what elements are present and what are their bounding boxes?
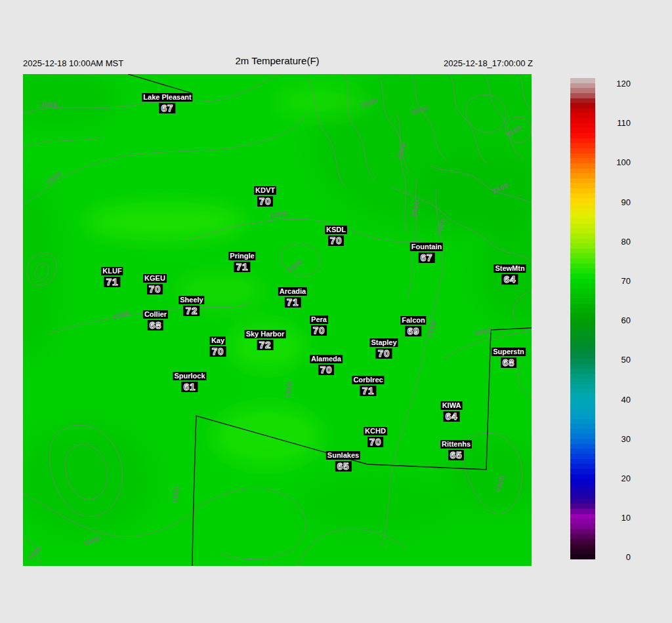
colorbar-band	[570, 183, 595, 188]
station-lake-pleasant: Lake Pleasant67	[142, 90, 192, 113]
station-name-label: Stapley	[369, 338, 398, 347]
station-name-label: Alameda	[310, 355, 343, 363]
colorbar-band	[570, 148, 595, 153]
colorbar-band	[570, 98, 595, 104]
colorbar-band	[570, 494, 595, 499]
colorbar-band	[570, 239, 595, 244]
colorbar-band	[570, 193, 595, 199]
colorbar-band	[570, 93, 595, 98]
colorbar-band	[570, 504, 595, 509]
colorbar-band	[570, 173, 595, 178]
station-temperature-value: 61	[182, 382, 198, 392]
station-temperature-value: 68	[148, 320, 164, 331]
station-kchd: KCHD70	[364, 424, 387, 447]
colorbar-band	[570, 514, 595, 519]
map-graphics	[23, 74, 532, 566]
colorbar-band	[570, 294, 595, 299]
colorbar-tick-80: 80	[600, 236, 631, 246]
colorbar-band	[570, 449, 595, 454]
colorbar-band	[570, 474, 595, 479]
colorbar-band	[570, 479, 595, 484]
station-ksdl: KSDL70	[325, 223, 347, 246]
colorbar-tick-70: 70	[600, 276, 631, 286]
station-temperature-value: 70	[311, 325, 327, 336]
station-name-label: KLUF	[101, 267, 123, 275]
colorbar-band	[570, 459, 595, 464]
station-name-label: Pera	[310, 315, 328, 324]
station-temperature-value: 71	[234, 262, 251, 272]
colorbar-band	[570, 163, 595, 169]
colorbar-band	[570, 273, 595, 279]
colorbar-band	[570, 399, 595, 404]
station-name-label: Pringle	[228, 252, 255, 260]
station-temperature-value: 72	[184, 306, 200, 316]
colorbar-band	[570, 378, 595, 384]
colorbar-gradient	[570, 78, 595, 559]
colorbar-tick-100: 100	[600, 157, 631, 167]
station-temperature-value: 70	[376, 348, 392, 359]
colorbar-band	[570, 198, 595, 203]
station-sunlakes: Sunlakes65	[326, 449, 360, 472]
station-name-label: Lake Pleasant	[142, 93, 192, 102]
colorbar-band	[570, 344, 595, 349]
station-temperature-value: 65	[448, 450, 465, 460]
colorbar-band	[570, 243, 595, 249]
station-name-label: Spurlock	[173, 372, 206, 380]
colorbar-band	[570, 209, 595, 214]
station-name-label: StewMtn	[494, 264, 526, 273]
station-stapley: Stapley70	[369, 336, 398, 359]
station-corblrec: Corblrec71	[352, 373, 384, 396]
colorbar-band	[570, 549, 595, 554]
station-sky-harbor: Sky Harbor72	[245, 327, 286, 350]
colorbar-band	[570, 213, 595, 218]
station-name-label: Arcadia	[278, 287, 307, 296]
station-temperature-value: 69	[406, 326, 422, 336]
colorbar-band	[570, 534, 595, 539]
colorbar-band	[570, 233, 595, 239]
station-kgeu: KGEU70	[143, 271, 167, 294]
colorbar-band	[570, 444, 595, 449]
colorbar-band	[570, 78, 595, 83]
station-name-label: Corblrec	[352, 376, 384, 384]
station-spurlock: Spurlock61	[173, 369, 206, 392]
colorbar-band	[570, 384, 595, 389]
station-temperature-value: 70	[257, 196, 274, 207]
station-alameda: Alameda70	[310, 352, 343, 375]
station-fountain: Fountain67	[410, 240, 443, 263]
colorbar-band	[570, 128, 595, 133]
colorbar-band	[570, 289, 595, 294]
station-stewmtn: StewMtn64	[494, 262, 526, 285]
colorbar-band	[570, 364, 595, 369]
station-name-label: Falcon	[400, 316, 426, 325]
colorbar-band	[570, 153, 595, 159]
colorbar-band	[570, 253, 595, 258]
colorbar-band	[570, 224, 595, 229]
colorbar-band	[570, 359, 595, 364]
colorbar-band	[570, 433, 595, 439]
colorbar-band	[570, 138, 595, 144]
station-name-label: Rittenhs	[440, 440, 472, 449]
colorbar-band	[570, 509, 595, 514]
station-kiwa: KIWA64	[441, 399, 463, 422]
colorbar-band	[570, 524, 595, 529]
station-name-label: Sheely	[178, 296, 204, 304]
colorbar-band	[570, 484, 595, 489]
colorbar-band	[570, 158, 595, 163]
colorbar-band	[570, 464, 595, 469]
station-temperature-value: 70	[318, 365, 335, 375]
colorbar-band	[570, 203, 595, 209]
colorbar-band	[570, 118, 595, 123]
temperature-colorbar: 1201101009080706050403020100	[570, 78, 595, 559]
colorbar-band	[570, 218, 595, 224]
colorbar-band	[570, 414, 595, 419]
colorbar-band	[570, 88, 595, 93]
station-temperature-value: 67	[419, 252, 435, 263]
colorbar-tick-0: 0	[600, 552, 631, 562]
colorbar-band	[570, 268, 595, 273]
contour-elevation-label: 2000	[41, 102, 58, 109]
colorbar-band	[570, 113, 595, 118]
station-name-label: KCHD	[364, 427, 387, 435]
colorbar-band	[570, 349, 595, 354]
colorbar-band	[570, 323, 595, 329]
colorbar-band	[570, 499, 595, 504]
